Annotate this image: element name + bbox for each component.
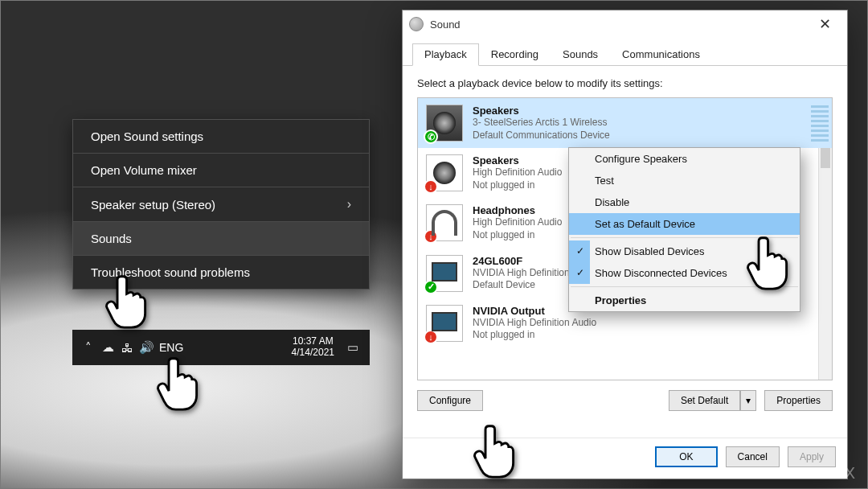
unplugged-badge-icon: ↓ [424,229,438,244]
menu-configure-speakers[interactable]: Configure Speakers [569,148,800,170]
separator [571,237,798,238]
properties-button[interactable]: Properties [764,390,833,411]
device-sub: High Definition Audio [473,216,562,229]
menu-open-volume-mixer[interactable]: Open Volume mixer [73,154,369,187]
unplugged-badge-icon: ↓ [424,179,438,194]
menu-troubleshoot[interactable]: Troubleshoot sound problems [73,256,369,289]
device-name: Headphones [473,204,562,216]
tray-expand-icon[interactable]: ˄ [79,340,98,355]
tab-strip: Playback Recording Sounds Communications [403,38,847,66]
device-sub: 3- SteelSeries Arctis 1 Wireless [473,117,610,129]
label: Properties [595,294,646,306]
menu-properties[interactable]: Properties [569,290,800,311]
taskbar: ˄ ☁ 🖧 🔊 ENG 10:37 AM 4/14/2021 ▭ [72,330,370,365]
onedrive-icon[interactable]: ☁ [98,340,117,355]
menu-set-default-device[interactable]: Set as Default Device [569,213,800,235]
device-status: Not plugged in [473,229,562,242]
set-default-button[interactable]: Set Default ▾ [669,390,756,411]
instruction-text: Select a playback device below to modify… [417,77,833,89]
dropdown-icon[interactable]: ▾ [740,390,756,411]
menu-show-disabled[interactable]: Show Disabled Devices [569,240,800,262]
titlebar[interactable]: Sound ✕ [403,10,847,38]
label: Open Sound settings [91,129,203,143]
level-meter [811,105,829,142]
device-name: Speakers [473,105,610,117]
separator [571,286,798,287]
tab-sounds[interactable]: Sounds [551,43,610,66]
sound-icon [409,17,424,31]
speaker-icon: ↓ [426,154,463,191]
button-row: Configure Set Default ▾ Properties [417,390,833,411]
device-status: Default Communications Device [473,129,610,142]
close-icon[interactable]: ✕ [809,15,841,33]
menu-open-sound-settings[interactable]: Open Sound settings [73,120,369,153]
monitor-icon: ✓ [426,255,463,292]
label: Set Default [669,390,740,411]
device-name: Speakers [473,154,562,166]
notifications-icon[interactable]: ▭ [342,340,363,355]
cancel-button[interactable]: Cancel [726,446,780,467]
ok-button[interactable]: OK [655,446,717,467]
clock[interactable]: 10:37 AM 4/14/2021 [292,336,334,359]
time: 10:37 AM [292,336,334,347]
device-sub: NVIDIA High Definition Audio [473,317,596,330]
window-title: Sound [430,18,461,31]
speaker-icon: ✆ [426,105,463,142]
language-indicator[interactable]: ENG [159,341,183,354]
date: 4/14/2021 [292,347,334,359]
phone-badge-icon: ✆ [424,129,438,144]
device-status: Not plugged in [473,329,596,342]
tab-communications[interactable]: Communications [610,43,712,66]
device-sub: High Definition Audio [473,166,562,179]
menu-test[interactable]: Test [569,170,800,191]
chevron-right-icon: › [347,197,351,212]
unplugged-badge-icon: ↓ [424,330,438,344]
device-item[interactable]: ✆ Speakers 3- SteelSeries Arctis 1 Wirel… [418,98,832,148]
network-icon[interactable]: 🖧 [117,341,137,355]
label: Sounds [91,232,132,245]
watermark: UG FIX [793,464,857,483]
menu-sounds[interactable]: Sounds [73,222,369,255]
volume-icon[interactable]: 🔊 [137,340,156,355]
tab-recording[interactable]: Recording [479,43,551,66]
label: Speaker setup (Stereo) [91,198,215,212]
device-context-menu: Configure Speakers Test Disable Set as D… [568,147,800,312]
device-status: Not plugged in [473,179,562,192]
menu-speaker-setup[interactable]: Speaker setup (Stereo)› [73,187,369,221]
label: Troubleshoot sound problems [91,265,250,279]
monitor-icon: ↓ [426,305,463,342]
label: Open Volume mixer [91,163,197,177]
tab-playback[interactable]: Playback [412,43,479,66]
menu-show-disconnected[interactable]: Show Disconnected Devices [569,262,800,284]
dialog-buttons: OK Cancel Apply [403,438,847,479]
headphones-icon: ↓ [426,204,463,241]
tray-context-menu: Open Sound settings Open Volume mixer Sp… [72,119,370,290]
configure-button[interactable]: Configure [417,390,483,411]
screenshot-stage: Open Sound settings Open Volume mixer Sp… [0,0,868,489]
menu-disable[interactable]: Disable [569,191,800,213]
check-badge-icon: ✓ [424,280,438,294]
